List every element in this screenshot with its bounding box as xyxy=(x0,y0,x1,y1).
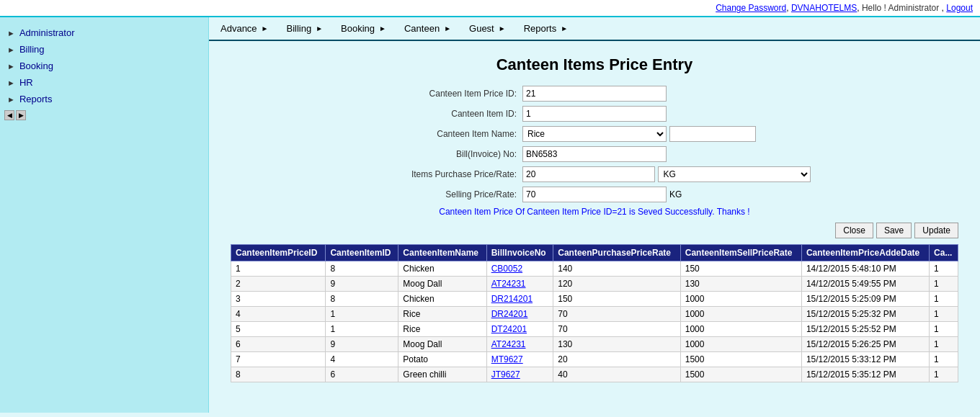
canteen-item-id-input[interactable] xyxy=(522,106,667,122)
table-row[interactable]: 2 9 Moog Dall AT24231 120 130 14/12/2015… xyxy=(231,277,958,292)
table-row[interactable]: 3 8 Chicken DR214201 150 1000 15/12/2015… xyxy=(231,292,958,307)
sidebar-item-hr[interactable]: ► HR xyxy=(0,74,208,91)
cell-ca: 1 xyxy=(930,292,958,307)
cell-id: 7 xyxy=(231,352,326,367)
sidebar-scroll-right[interactable]: ▶ xyxy=(16,110,26,120)
cell-invoice[interactable]: DR214201 xyxy=(486,292,553,307)
change-password-link[interactable]: Change Password xyxy=(716,3,786,13)
cell-invoice[interactable]: DR24201 xyxy=(486,307,553,322)
cell-purchase: 20 xyxy=(553,352,681,367)
arrow-icon: ► xyxy=(7,95,15,104)
canteen-item-name-select[interactable]: Rice Chicken Moog Dall Potato Green chil… xyxy=(522,126,667,142)
cell-id: 3 xyxy=(231,292,326,307)
sidebar-item-billing[interactable]: ► Billing xyxy=(0,41,208,58)
selling-price-label: Selling Price/Rate: xyxy=(378,189,522,199)
sidebar-label-administrator: Administrator xyxy=(19,27,75,38)
canteen-item-name-row: Canteen Item Name: Rice Chicken Moog Dal… xyxy=(378,126,811,142)
cell-id: 8 xyxy=(231,367,326,382)
cell-id: 1 xyxy=(231,261,326,277)
sidebar: ► Administrator ► Billing ► Booking ► HR… xyxy=(0,17,209,413)
status-message: Canteen Item Price Of Canteen Item Price… xyxy=(223,207,966,217)
cell-name: Green chilli xyxy=(398,367,486,382)
cell-name: Rice xyxy=(398,307,486,322)
cell-invoice[interactable]: AT24231 xyxy=(486,337,553,352)
cell-date: 15/12/2015 5:33:12 PM xyxy=(801,352,929,367)
bill-invoice-no-input[interactable] xyxy=(522,146,667,162)
sidebar-item-booking[interactable]: ► Booking xyxy=(0,58,208,74)
canteen-item-price-id-label: Canteen Item Price ID: xyxy=(378,89,522,99)
col-ca: Ca... xyxy=(930,245,958,261)
cell-ca: 1 xyxy=(930,261,958,277)
cell-itemid: 8 xyxy=(326,261,398,277)
nav-reports[interactable]: Reports ► xyxy=(515,17,577,40)
canteen-item-price-id-input[interactable] xyxy=(522,86,667,102)
nav-advance[interactable]: Advance ► xyxy=(212,17,278,40)
nav-canteen[interactable]: Canteen ► xyxy=(396,17,460,40)
cell-name: Moog Dall xyxy=(398,337,486,352)
nav-guest[interactable]: Guest ► xyxy=(460,17,515,40)
nav-billing[interactable]: Billing ► xyxy=(278,17,333,40)
items-purchase-unit-select[interactable]: KG Litre Piece Gram xyxy=(658,166,811,182)
update-button[interactable]: Update xyxy=(914,223,958,238)
arrow-icon: ► xyxy=(7,62,15,71)
cell-ca: 1 xyxy=(930,352,958,367)
sidebar-scroll-left[interactable]: ◀ xyxy=(4,110,14,120)
col-canteen-item-sell-price-rate: CanteenItemSellPriceRate xyxy=(680,245,801,261)
canteen-item-price-id-row: Canteen Item Price ID: xyxy=(378,86,811,102)
selling-price-input[interactable] xyxy=(522,187,667,202)
nav-canteen-arrow: ► xyxy=(444,24,451,32)
cell-name: Chicken xyxy=(398,292,486,307)
cell-itemid: 1 xyxy=(326,322,398,337)
table-row[interactable]: 5 1 Rice DT24201 70 1000 15/12/2015 5:25… xyxy=(231,322,958,337)
cell-invoice[interactable]: CB0052 xyxy=(486,261,553,277)
nav-billing-arrow: ► xyxy=(316,24,323,32)
save-button[interactable]: Save xyxy=(876,223,912,238)
items-purchase-price-input[interactable] xyxy=(522,166,655,182)
table-row[interactable]: 6 9 Moog Dall AT24231 130 1000 15/12/201… xyxy=(231,337,958,352)
main-layout: ► Administrator ► Billing ► Booking ► HR… xyxy=(0,17,980,413)
logout-link[interactable]: Logout xyxy=(946,3,973,13)
dvna-link[interactable]: DVNAHOTELMS xyxy=(791,3,857,13)
cell-ca: 1 xyxy=(930,277,958,292)
nav-booking-label: Booking xyxy=(341,23,375,34)
cell-itemid: 9 xyxy=(326,277,398,292)
cell-name: Rice xyxy=(398,322,486,337)
cell-itemid: 1 xyxy=(326,307,398,322)
nav-booking[interactable]: Booking ► xyxy=(332,17,396,40)
nav-advance-arrow: ► xyxy=(262,24,269,32)
selling-price-row: Selling Price/Rate: KG xyxy=(378,187,811,202)
items-purchase-price-row: Items Purchase Price/Rate: KG Litre Piec… xyxy=(378,166,811,182)
canteen-item-id-row: Canteen Item ID: xyxy=(378,106,811,122)
cell-purchase: 40 xyxy=(553,367,681,382)
cell-date: 15/12/2015 5:35:12 PM xyxy=(801,367,929,382)
canteen-item-id-label: Canteen Item ID: xyxy=(378,109,522,119)
sidebar-item-reports[interactable]: ► Reports xyxy=(0,91,208,107)
cell-sell: 150 xyxy=(680,261,801,277)
cell-ca: 1 xyxy=(930,322,958,337)
nav-billing-label: Billing xyxy=(287,23,312,34)
col-canteen-item-price-id: CanteenItemPriceID xyxy=(231,245,326,261)
cell-name: Moog Dall xyxy=(398,277,486,292)
table-row[interactable]: 4 1 Rice DR24201 70 1000 15/12/2015 5:25… xyxy=(231,307,958,322)
canteen-item-name-extra-input[interactable] xyxy=(669,126,756,142)
arrow-icon: ► xyxy=(7,45,15,54)
cell-invoice[interactable]: DT24201 xyxy=(486,322,553,337)
sidebar-label-billing: Billing xyxy=(19,44,45,55)
table-row[interactable]: 1 8 Chicken CB0052 140 150 14/12/2015 5:… xyxy=(231,261,958,277)
cell-invoice[interactable]: MT9627 xyxy=(486,352,553,367)
cell-itemid: 6 xyxy=(326,367,398,382)
top-bar: Change Password, DVNAHOTELMS, Hello ! Ad… xyxy=(0,0,980,17)
table-row[interactable]: 7 4 Potato MT9627 20 1500 15/12/2015 5:3… xyxy=(231,352,958,367)
cell-sell: 130 xyxy=(680,277,801,292)
cell-itemid: 4 xyxy=(326,352,398,367)
cell-purchase: 140 xyxy=(553,261,681,277)
table-row[interactable]: 8 6 Green chilli JT9627 40 1500 15/12/20… xyxy=(231,367,958,382)
sidebar-item-administrator[interactable]: ► Administrator xyxy=(0,24,208,41)
cell-sell: 1500 xyxy=(680,352,801,367)
canteen-item-name-label: Canteen Item Name: xyxy=(378,129,522,139)
close-button[interactable]: Close xyxy=(835,223,873,238)
cell-invoice[interactable]: AT24231 xyxy=(486,277,553,292)
cell-invoice[interactable]: JT9627 xyxy=(486,367,553,382)
cell-id: 6 xyxy=(231,337,326,352)
cell-date: 15/12/2015 5:25:52 PM xyxy=(801,322,929,337)
